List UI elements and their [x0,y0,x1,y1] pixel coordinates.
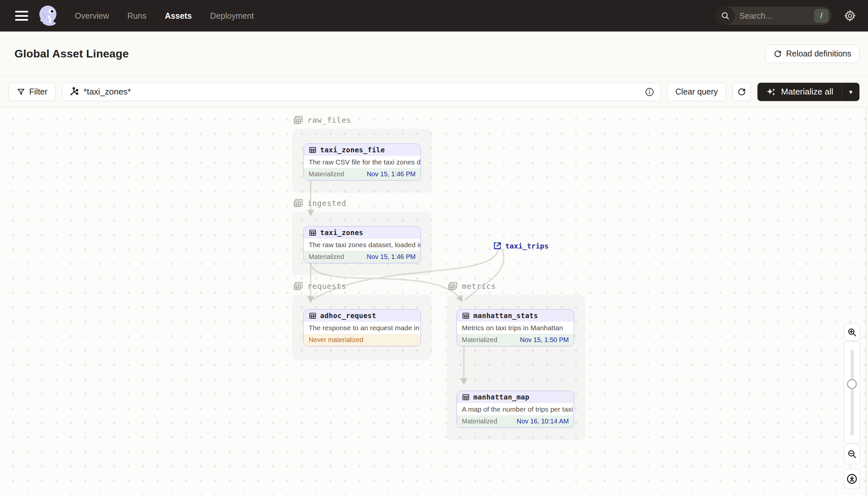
status-label: Materialized [462,417,497,425]
lineage-edges [0,108,868,495]
nav-item-overview[interactable]: Overview [75,11,109,21]
filter-button[interactable]: Filter [8,83,56,101]
page-title: Global Asset Lineage [14,47,129,60]
table-icon [309,312,317,320]
funnel-icon [17,88,25,96]
refresh-icon [774,50,782,58]
refresh-graph-button[interactable] [732,83,751,101]
asset-selection-input[interactable] [62,83,661,101]
status-label: Materialized [462,336,497,344]
asset-description: The raw CSV file for the taxi zones dat.… [304,156,421,168]
table-icon [309,146,317,154]
zoom-in-icon [847,327,857,337]
status-label: Never materialized [309,336,364,344]
recenter-download-button[interactable] [844,469,860,489]
asset-node-manhattan-stats[interactable]: manhattan_stats Metrics on taxi trips in… [457,309,574,346]
asset-description: A map of the number of trips per taxi z.… [457,403,574,415]
asset-node-manhattan-map[interactable]: manhattan_map A map of the number of tri… [457,391,574,428]
hamburger-menu-icon[interactable] [15,11,28,21]
lineage-toolbar: Filter Clear query Materialize a [0,76,868,108]
page-header: Global Asset Lineage Reload definitions [0,32,868,76]
group-table-stack-icon [293,281,303,291]
external-link-icon [493,241,502,251]
asset-node-adhoc-request[interactable]: adhoc_request The response to an request… [303,309,421,346]
group-label-metrics: metrics [447,281,496,291]
info-icon[interactable] [644,87,654,97]
sparkles-icon [766,87,777,97]
asset-status-row: Materialized Nov 15, 1:46 PM [304,168,421,180]
materialization-timestamp: Nov 15, 1:46 PM [367,170,415,178]
settings-gear-icon[interactable] [844,10,856,22]
asset-node-taxi-zones[interactable]: taxi_zones The raw taxi zones dataset, l… [303,226,421,263]
nav-item-deployment[interactable]: Deployment [210,11,254,21]
search-input[interactable] [735,11,814,21]
asset-description: The raw taxi zones dataset, loaded int..… [304,239,421,251]
table-icon [309,229,317,237]
materialization-timestamp: Nov 15, 1:46 PM [367,253,415,261]
asset-status-row: Materialized Nov 15, 1:50 PM [457,334,574,346]
table-icon [462,312,470,320]
download-circle-icon [846,473,857,484]
materialize-all-button[interactable]: Materialize all ▾ [758,83,860,101]
zoom-out-icon [847,449,857,459]
clear-query-button[interactable]: Clear query [667,83,726,101]
zoom-slider-thumb[interactable] [847,379,857,389]
materialization-timestamp: Nov 15, 1:50 PM [520,336,569,344]
nav-item-assets[interactable]: Assets [165,11,192,21]
global-search[interactable]: / [716,6,831,25]
search-shortcut-badge: / [814,9,829,23]
dagster-logo-icon[interactable] [37,4,60,28]
zoom-slider[interactable] [844,341,860,443]
search-icon [716,6,735,25]
top-nav-bar: Overview Runs Assets Deployment / [0,0,868,32]
zoom-in-button[interactable] [844,324,860,341]
external-asset-taxi-trips[interactable]: taxi_trips [493,241,548,251]
asset-description: Metrics on taxi trips in Manhattan [457,322,574,334]
nav-item-runs[interactable]: Runs [127,11,146,21]
group-table-stack-icon [293,115,303,125]
zoom-controls [844,324,860,489]
materialization-timestamp: Nov 16, 10:14 AM [517,417,569,425]
status-label: Materialized [309,170,344,178]
asset-node-taxi-zones-file[interactable]: taxi_zones_file The raw CSV file for the… [303,143,421,181]
reload-definitions-button[interactable]: Reload definitions [765,45,860,63]
group-table-stack-icon [293,198,303,208]
main-nav: Overview Runs Assets Deployment [75,11,254,21]
asset-graph-query-icon [69,87,79,97]
status-label: Materialized [309,253,344,261]
zoom-slider-track[interactable] [851,349,854,436]
asset-status-row: Never materialized [304,334,421,346]
zoom-out-button[interactable] [844,444,860,464]
materialize-dropdown-caret[interactable]: ▾ [842,83,860,101]
refresh-icon [737,87,746,97]
asset-lineage-canvas[interactable]: raw_files ingested requests metrics taxi… [0,108,868,495]
table-icon [462,393,470,401]
group-label-raw-files: raw_files [293,115,351,125]
group-label-requests: requests [293,281,347,291]
group-table-stack-icon [447,281,458,291]
canvas-right-rule [866,108,866,495]
asset-query-input[interactable] [84,87,640,97]
group-label-ingested: ingested [293,198,347,208]
asset-status-row: Materialized Nov 16, 10:14 AM [457,415,574,427]
asset-status-row: Materialized Nov 15, 1:46 PM [304,251,421,263]
asset-description: The response to an request made in th... [304,322,421,334]
